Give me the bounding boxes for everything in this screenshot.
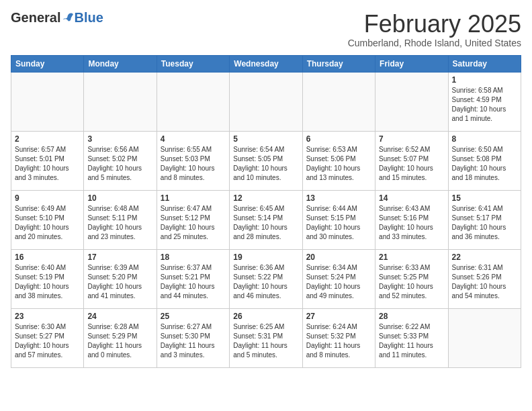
calendar-week-row: 1Sunrise: 6:58 AM Sunset: 4:59 PM Daylig… bbox=[11, 72, 521, 131]
calendar-cell: 21Sunrise: 6:33 AM Sunset: 5:25 PM Dayli… bbox=[375, 249, 448, 308]
day-number: 11 bbox=[161, 193, 226, 203]
day-number: 3 bbox=[87, 134, 152, 144]
day-info: Sunrise: 6:50 AM Sunset: 5:08 PM Dayligh… bbox=[452, 145, 517, 183]
calendar-cell: 12Sunrise: 6:45 AM Sunset: 5:14 PM Dayli… bbox=[230, 190, 302, 249]
day-number: 5 bbox=[233, 134, 298, 144]
logo: General Blue bbox=[11, 11, 103, 24]
day-number: 21 bbox=[379, 253, 444, 262]
day-info: Sunrise: 6:25 AM Sunset: 5:31 PM Dayligh… bbox=[233, 322, 298, 360]
day-info: Sunrise: 6:52 AM Sunset: 5:07 PM Dayligh… bbox=[379, 145, 444, 183]
day-number: 19 bbox=[233, 253, 298, 262]
calendar-cell: 7Sunrise: 6:52 AM Sunset: 5:07 PM Daylig… bbox=[375, 131, 448, 190]
page-header: General Blue February 2025 Cumberland, R… bbox=[11, 11, 521, 48]
day-info: Sunrise: 6:22 AM Sunset: 5:33 PM Dayligh… bbox=[379, 322, 444, 360]
day-number: 17 bbox=[87, 253, 152, 262]
calendar-cell: 19Sunrise: 6:36 AM Sunset: 5:22 PM Dayli… bbox=[230, 249, 302, 308]
day-number: 23 bbox=[15, 312, 80, 321]
day-number: 26 bbox=[233, 312, 298, 321]
calendar-cell: 11Sunrise: 6:47 AM Sunset: 5:12 PM Dayli… bbox=[157, 190, 229, 249]
calendar-cell: 6Sunrise: 6:53 AM Sunset: 5:06 PM Daylig… bbox=[302, 131, 375, 190]
calendar-cell: 22Sunrise: 6:31 AM Sunset: 5:26 PM Dayli… bbox=[448, 249, 521, 308]
calendar-cell bbox=[375, 72, 448, 131]
calendar-cell: 20Sunrise: 6:34 AM Sunset: 5:24 PM Dayli… bbox=[302, 249, 375, 308]
day-info: Sunrise: 6:40 AM Sunset: 5:19 PM Dayligh… bbox=[15, 263, 80, 301]
day-number: 12 bbox=[233, 193, 298, 203]
calendar-week-row: 16Sunrise: 6:40 AM Sunset: 5:19 PM Dayli… bbox=[11, 249, 521, 308]
calendar-cell bbox=[157, 72, 229, 131]
day-info: Sunrise: 6:48 AM Sunset: 5:11 PM Dayligh… bbox=[87, 204, 152, 242]
calendar-cell bbox=[84, 72, 157, 131]
day-info: Sunrise: 6:44 AM Sunset: 5:15 PM Dayligh… bbox=[306, 204, 371, 242]
calendar-cell: 1Sunrise: 6:58 AM Sunset: 4:59 PM Daylig… bbox=[448, 72, 521, 131]
calendar-cell: 16Sunrise: 6:40 AM Sunset: 5:19 PM Dayli… bbox=[11, 249, 84, 308]
day-number: 18 bbox=[161, 253, 226, 262]
calendar-table: SundayMondayTuesdayWednesdayThursdayFrid… bbox=[11, 55, 521, 368]
day-number: 14 bbox=[379, 193, 444, 203]
day-info: Sunrise: 6:56 AM Sunset: 5:02 PM Dayligh… bbox=[87, 145, 152, 183]
day-info: Sunrise: 6:43 AM Sunset: 5:16 PM Dayligh… bbox=[379, 204, 444, 242]
calendar-cell bbox=[230, 72, 302, 131]
day-number: 24 bbox=[87, 312, 152, 321]
day-info: Sunrise: 6:30 AM Sunset: 5:27 PM Dayligh… bbox=[15, 322, 80, 360]
calendar-cell: 2Sunrise: 6:57 AM Sunset: 5:01 PM Daylig… bbox=[11, 131, 84, 190]
day-info: Sunrise: 6:37 AM Sunset: 5:21 PM Dayligh… bbox=[161, 263, 226, 301]
day-info: Sunrise: 6:41 AM Sunset: 5:17 PM Dayligh… bbox=[452, 204, 517, 242]
calendar-cell: 14Sunrise: 6:43 AM Sunset: 5:16 PM Dayli… bbox=[375, 190, 448, 249]
calendar-cell: 8Sunrise: 6:50 AM Sunset: 5:08 PM Daylig… bbox=[448, 131, 521, 190]
day-number: 28 bbox=[379, 312, 444, 321]
calendar-cell: 13Sunrise: 6:44 AM Sunset: 5:15 PM Dayli… bbox=[302, 190, 375, 249]
day-info: Sunrise: 6:24 AM Sunset: 5:32 PM Dayligh… bbox=[306, 322, 371, 360]
col-header-sunday: Sunday bbox=[11, 55, 84, 72]
logo-general: General bbox=[11, 11, 60, 24]
day-info: Sunrise: 6:34 AM Sunset: 5:24 PM Dayligh… bbox=[306, 263, 371, 301]
day-info: Sunrise: 6:36 AM Sunset: 5:22 PM Dayligh… bbox=[233, 263, 298, 301]
calendar-cell: 26Sunrise: 6:25 AM Sunset: 5:31 PM Dayli… bbox=[230, 308, 302, 367]
calendar-week-row: 9Sunrise: 6:49 AM Sunset: 5:10 PM Daylig… bbox=[11, 190, 521, 249]
day-info: Sunrise: 6:54 AM Sunset: 5:05 PM Dayligh… bbox=[233, 145, 298, 183]
month-year-title: February 2025 bbox=[348, 11, 521, 38]
calendar-cell: 4Sunrise: 6:55 AM Sunset: 5:03 PM Daylig… bbox=[157, 131, 229, 190]
calendar-cell bbox=[448, 308, 521, 367]
day-info: Sunrise: 6:28 AM Sunset: 5:29 PM Dayligh… bbox=[87, 322, 152, 360]
calendar-cell bbox=[302, 72, 375, 131]
day-number: 9 bbox=[15, 193, 80, 203]
day-number: 13 bbox=[306, 193, 371, 203]
calendar-cell: 5Sunrise: 6:54 AM Sunset: 5:05 PM Daylig… bbox=[230, 131, 302, 190]
day-number: 27 bbox=[306, 312, 371, 321]
col-header-saturday: Saturday bbox=[448, 55, 521, 72]
day-number: 10 bbox=[87, 193, 152, 203]
day-info: Sunrise: 6:27 AM Sunset: 5:30 PM Dayligh… bbox=[161, 322, 226, 360]
logo-blue: Blue bbox=[74, 11, 103, 24]
calendar-cell: 18Sunrise: 6:37 AM Sunset: 5:21 PM Dayli… bbox=[157, 249, 229, 308]
day-number: 25 bbox=[161, 312, 226, 321]
day-number: 1 bbox=[452, 75, 517, 85]
day-info: Sunrise: 6:39 AM Sunset: 5:20 PM Dayligh… bbox=[87, 263, 152, 301]
day-info: Sunrise: 6:33 AM Sunset: 5:25 PM Dayligh… bbox=[379, 263, 444, 301]
col-header-friday: Friday bbox=[375, 55, 448, 72]
day-number: 16 bbox=[15, 253, 80, 262]
col-header-thursday: Thursday bbox=[302, 55, 375, 72]
location-subtitle: Cumberland, Rhode Island, United States bbox=[348, 38, 521, 48]
calendar-cell: 15Sunrise: 6:41 AM Sunset: 5:17 PM Dayli… bbox=[448, 190, 521, 249]
calendar-cell: 24Sunrise: 6:28 AM Sunset: 5:29 PM Dayli… bbox=[84, 308, 157, 367]
col-header-wednesday: Wednesday bbox=[230, 55, 302, 72]
col-header-tuesday: Tuesday bbox=[157, 55, 229, 72]
day-number: 7 bbox=[379, 134, 444, 144]
day-info: Sunrise: 6:45 AM Sunset: 5:14 PM Dayligh… bbox=[233, 204, 298, 242]
day-number: 20 bbox=[306, 253, 371, 262]
calendar-cell: 17Sunrise: 6:39 AM Sunset: 5:20 PM Dayli… bbox=[84, 249, 157, 308]
calendar-week-row: 23Sunrise: 6:30 AM Sunset: 5:27 PM Dayli… bbox=[11, 308, 521, 367]
day-info: Sunrise: 6:49 AM Sunset: 5:10 PM Dayligh… bbox=[15, 204, 80, 242]
day-number: 22 bbox=[452, 253, 517, 262]
day-info: Sunrise: 6:47 AM Sunset: 5:12 PM Dayligh… bbox=[161, 204, 226, 242]
calendar-cell: 23Sunrise: 6:30 AM Sunset: 5:27 PM Dayli… bbox=[11, 308, 84, 367]
day-info: Sunrise: 6:31 AM Sunset: 5:26 PM Dayligh… bbox=[452, 263, 517, 301]
day-info: Sunrise: 6:53 AM Sunset: 5:06 PM Dayligh… bbox=[306, 145, 371, 183]
day-number: 8 bbox=[452, 134, 517, 144]
calendar-cell: 25Sunrise: 6:27 AM Sunset: 5:30 PM Dayli… bbox=[157, 308, 229, 367]
calendar-cell: 9Sunrise: 6:49 AM Sunset: 5:10 PM Daylig… bbox=[11, 190, 84, 249]
calendar-header-row: SundayMondayTuesdayWednesdayThursdayFrid… bbox=[11, 55, 521, 72]
day-number: 15 bbox=[452, 193, 517, 203]
calendar-cell: 28Sunrise: 6:22 AM Sunset: 5:33 PM Dayli… bbox=[375, 308, 448, 367]
calendar-cell bbox=[11, 72, 84, 131]
